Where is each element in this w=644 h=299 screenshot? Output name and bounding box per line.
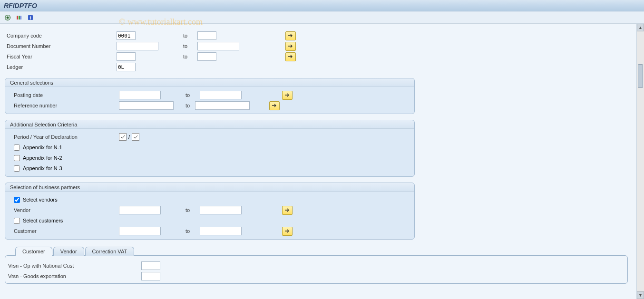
toolbar: i <box>0 11 644 24</box>
label-select-vendors: Select vendors <box>23 197 58 203</box>
row-posting-date: Posting date to <box>7 90 412 100</box>
title-bar: RFIDPTFO <box>0 0 644 11</box>
row-company-code: Company code to <box>5 30 632 41</box>
scroll-thumb[interactable] <box>638 64 643 88</box>
to-label: to <box>178 33 197 39</box>
vrsn-goods-exportation-value[interactable] <box>141 272 160 280</box>
label-period-year: Period / Year of Declaration <box>7 134 119 140</box>
label-appendix-n3: Appendix for N-3 <box>23 165 62 171</box>
svg-rect-6 <box>17 16 18 19</box>
tab-body: Vrsn - Op with National Cust Vrsn - Good… <box>5 255 628 284</box>
page-title: RFIDPTFO <box>4 2 37 10</box>
more-reference-number[interactable] <box>269 101 280 110</box>
row-period-year: Period / Year of Declaration / <box>7 132 412 142</box>
checkbox-appendix-n2[interactable] <box>14 155 20 161</box>
row-appendix-n1: Appendix for N-1 <box>7 142 412 153</box>
vendor-to[interactable] <box>200 206 242 214</box>
document-number-from[interactable] <box>117 42 158 50</box>
checkbox-select-vendors[interactable] <box>14 197 20 203</box>
svg-point-1 <box>7 16 9 19</box>
label-vendor: Vendor <box>7 207 119 213</box>
customer-to[interactable] <box>200 227 242 235</box>
scroll-up-icon[interactable]: ▲ <box>637 24 644 31</box>
label-select-customers: Select customers <box>23 218 63 223</box>
label-vrsn-national-cust: Vrsn - Op with National Cust <box>8 263 141 269</box>
label-posting-date: Posting date <box>7 92 119 98</box>
label-ledger: Ledger <box>5 64 117 70</box>
variants-icon[interactable] <box>14 13 24 22</box>
company-code-to[interactable] <box>197 31 216 40</box>
checkbox-appendix-n1[interactable] <box>14 145 20 151</box>
label-company-code: Company code <box>5 33 117 39</box>
row-select-vendors: Select vendors <box>7 194 412 205</box>
year-input[interactable] <box>132 133 139 141</box>
content-area: Company code to Document Number to Fisca… <box>0 24 636 299</box>
group-title-general: General selections <box>5 78 414 87</box>
tab-area: Customer Vendor Correction VAT Vrsn - Op… <box>5 246 628 284</box>
posting-date-from[interactable] <box>119 91 161 99</box>
row-select-customers: Select customers <box>7 215 412 226</box>
more-vendor[interactable] <box>282 206 293 215</box>
customer-from[interactable] <box>119 227 161 235</box>
period-input[interactable] <box>119 133 127 141</box>
vendor-from[interactable] <box>119 206 161 214</box>
company-code-from[interactable] <box>117 31 136 40</box>
checkbox-appendix-n3[interactable] <box>14 165 20 172</box>
group-business-partners: Selection of business partners Select ve… <box>5 183 415 240</box>
label-reference-number: Reference number <box>7 103 119 108</box>
fiscal-year-to[interactable] <box>197 52 216 61</box>
more-company-code[interactable] <box>285 31 296 40</box>
row-appendix-n3: Appendix for N-3 <box>7 163 412 174</box>
vertical-scrollbar[interactable]: ▲ ▼ <box>636 24 644 299</box>
more-fiscal-year[interactable] <box>285 52 296 61</box>
row-vendor: Vendor to <box>7 205 412 215</box>
document-number-to[interactable] <box>197 42 239 50</box>
row-customer: Customer to <box>7 226 412 236</box>
row-ledger: Ledger <box>5 62 632 72</box>
posting-date-to[interactable] <box>200 91 242 99</box>
ledger-value[interactable] <box>117 63 136 71</box>
row-vrsn-national-cust: Vrsn - Op with National Cust <box>8 260 624 271</box>
reference-number-to[interactable] <box>195 101 250 110</box>
group-title-additional: Additional Selection Crieteria <box>5 120 414 129</box>
row-document-number: Document Number to <box>5 41 632 51</box>
label-appendix-n1: Appendix for N-1 <box>23 145 62 150</box>
tab-customer[interactable]: Customer <box>15 247 52 256</box>
tab-vendor[interactable]: Vendor <box>53 247 84 256</box>
row-reference-number: Reference number to <box>7 100 412 111</box>
row-fiscal-year: Fiscal Year to <box>5 51 632 62</box>
scroll-down-icon[interactable]: ▼ <box>637 291 644 299</box>
label-document-number: Document Number <box>5 43 117 49</box>
tab-correction-vat[interactable]: Correction VAT <box>85 247 135 256</box>
execute-icon[interactable] <box>3 13 12 22</box>
row-vrsn-goods-exportation: Vrsn - Goods exportation <box>8 271 624 281</box>
label-vrsn-goods-exportation: Vrsn - Goods exportation <box>8 273 141 279</box>
fiscal-year-from[interactable] <box>117 52 136 61</box>
more-posting-date[interactable] <box>282 91 293 100</box>
more-customer[interactable] <box>282 227 293 236</box>
group-general-selections: General selections Posting date to Refer… <box>5 78 415 114</box>
label-customer: Customer <box>7 228 119 234</box>
reference-number-from[interactable] <box>119 101 174 110</box>
tab-strip: Customer Vendor Correction VAT <box>5 246 628 255</box>
more-document-number[interactable] <box>285 42 296 51</box>
checkbox-select-customers[interactable] <box>14 218 20 224</box>
group-additional-criteria: Additional Selection Crieteria Period / … <box>5 120 415 177</box>
info-icon[interactable]: i <box>26 13 35 22</box>
label-appendix-n2: Appendix for N-2 <box>23 155 62 161</box>
label-fiscal-year: Fiscal Year <box>5 54 117 59</box>
vrsn-national-cust-value[interactable] <box>141 261 160 270</box>
group-title-partners: Selection of business partners <box>5 183 414 192</box>
row-appendix-n2: Appendix for N-2 <box>7 153 412 163</box>
svg-text:i: i <box>30 15 31 20</box>
svg-rect-7 <box>19 16 20 19</box>
svg-rect-8 <box>20 16 21 19</box>
